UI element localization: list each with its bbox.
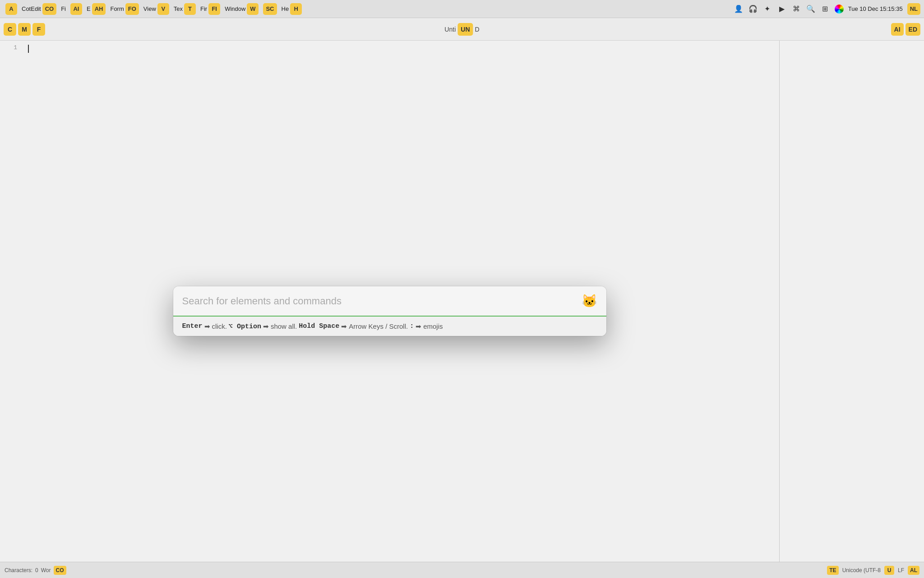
menu-ah-badge: AH — [92, 3, 106, 15]
toolbar-ed-badge[interactable]: ED — [906, 23, 920, 36]
words-label: Wor — [41, 567, 51, 573]
menu-view-label: View — [143, 5, 156, 12]
menu-find[interactable]: Fir FI — [199, 2, 222, 16]
window-title-area: Unti UN D — [444, 23, 479, 36]
hint-colon: : — [410, 322, 414, 330]
line-number-1: 1 — [0, 44, 17, 51]
headphones-icon[interactable]: 🎧 — [748, 4, 758, 14]
menu-help-label: He — [282, 5, 289, 12]
menu-e-label: E — [87, 5, 91, 12]
editor-area[interactable]: 1 🐱 Enter ➡ click. ⌥ Option ➡ show all. … — [0, 41, 780, 562]
statusbar-co-badge: CO — [54, 566, 66, 575]
toolbar-f-badge[interactable]: F — [32, 23, 45, 36]
statusbar-left: Characters: 0 Wor CO — [5, 566, 66, 575]
menu-cotedit[interactable]: CotEdit CO — [20, 2, 58, 16]
user-icon[interactable]: 👤 — [734, 4, 744, 14]
line-numbers: 1 — [0, 41, 23, 55]
menu-text[interactable]: Tex T — [172, 2, 198, 16]
time-display: Tue 10 Dec 15:15:35 — [848, 5, 903, 12]
menubar: A CotEdit CO Fi AI E AH Form FO View V T… — [0, 0, 924, 18]
cursor — [28, 45, 29, 53]
menu-fo-badge: FO — [125, 3, 139, 15]
hint-arrow-3: ➡ — [341, 322, 347, 331]
play-icon[interactable]: ▶ — [777, 4, 787, 14]
menubar-right: 👤 🎧 ✦ ▶ ⌘ 🔍 ⊞ Tue 10 Dec 15:15:35 NL — [734, 3, 920, 15]
characters-value: 0 — [35, 567, 38, 573]
control-center-icon[interactable]: ⊞ — [820, 4, 830, 14]
cat-icon: 🐱 — [582, 294, 597, 308]
menu-view[interactable]: View V — [142, 2, 171, 16]
menu-cotedit-label: CotEdit — [22, 5, 41, 12]
line-ending-label: LF — [898, 567, 904, 573]
main-area: 1 🐱 Enter ➡ click. ⌥ Option ➡ show all. … — [0, 41, 924, 562]
menu-e[interactable]: E AH — [85, 2, 107, 16]
apple-menu[interactable]: A — [4, 2, 19, 16]
hint-option: ⌥ Option — [229, 322, 261, 331]
statusbar-right: TE Unicode (UTF-8 U LF AL — [827, 566, 919, 575]
menu-sc[interactable]: SC — [261, 2, 278, 16]
hint-arrow-4: ➡ — [416, 322, 421, 331]
menu-ai[interactable]: AI — [69, 2, 84, 16]
menu-window[interactable]: Window W — [223, 2, 260, 16]
statusbar-al-badge[interactable]: AL — [908, 566, 919, 575]
apple-badge: A — [5, 3, 17, 15]
window-title-d: D — [475, 26, 480, 33]
hint-show-all: show all. — [271, 322, 297, 330]
menu-file-label: Fi — [61, 5, 66, 12]
wifi-icon[interactable]: ⌘ — [791, 4, 801, 14]
toolbar-c-badge[interactable]: C — [4, 23, 16, 36]
toolbar-m-badge[interactable]: M — [18, 23, 31, 36]
menu-fi-badge: FI — [208, 3, 220, 15]
menu-t-badge: T — [184, 3, 196, 15]
hint-click: click. — [212, 322, 227, 330]
right-panel — [780, 41, 924, 562]
search-icon[interactable]: 🔍 — [806, 4, 816, 14]
quick-open-hint: Enter ➡ click. ⌥ Option ➡ show all. Hold… — [173, 317, 606, 336]
quick-open-search-area: 🐱 — [173, 286, 606, 317]
encoding-label: Unicode (UTF-8 — [842, 567, 881, 573]
colorful-icon[interactable] — [835, 5, 844, 14]
menu-window-label: Window — [225, 5, 245, 12]
menu-v-badge: V — [157, 3, 169, 15]
toolbar-ai-badge[interactable]: AI — [891, 23, 904, 36]
menu-w-badge: W — [247, 3, 259, 15]
hint-arrow-1: ➡ — [204, 322, 210, 331]
menu-sc-badge: SC — [263, 3, 277, 15]
menu-h-badge: H — [290, 3, 302, 15]
quick-open-input[interactable] — [182, 295, 577, 307]
toolbar: C M F Unti UN D AI ED — [0, 18, 924, 41]
menu-text-label: Tex — [174, 5, 183, 12]
hint-arrow-keys: Arrow Keys / Scroll. — [349, 322, 408, 330]
characters-label: Characters: — [5, 567, 32, 573]
bluetooth-icon[interactable]: ✦ — [762, 4, 772, 14]
menu-help[interactable]: He H — [280, 2, 304, 16]
menu-format[interactable]: Form FO — [108, 2, 140, 16]
window-title: Unti — [444, 26, 456, 33]
toolbar-right: AI ED — [891, 23, 920, 36]
hint-enter: Enter — [182, 322, 203, 330]
hint-emojis: emojis — [423, 322, 443, 330]
statusbar: Characters: 0 Wor CO TE Unicode (UTF-8 U… — [0, 562, 924, 578]
quick-open-dialog: 🐱 Enter ➡ click. ⌥ Option ➡ show all. Ho… — [173, 286, 606, 336]
menu-file[interactable]: Fi — [59, 5, 68, 13]
toolbar-un-badge: UN — [457, 23, 473, 36]
menu-find-label: Fir — [200, 5, 207, 12]
statusbar-u-badge: U — [884, 566, 894, 575]
menu-cotedit-badge: CO — [42, 3, 57, 15]
hint-arrow-2: ➡ — [263, 322, 269, 331]
statusbar-te-badge[interactable]: TE — [827, 566, 838, 575]
hint-space: Hold Space — [299, 322, 339, 330]
nl-badge: NL — [907, 3, 920, 15]
menu-ai-badge: AI — [70, 3, 82, 15]
menu-format-label: Form — [110, 5, 124, 12]
